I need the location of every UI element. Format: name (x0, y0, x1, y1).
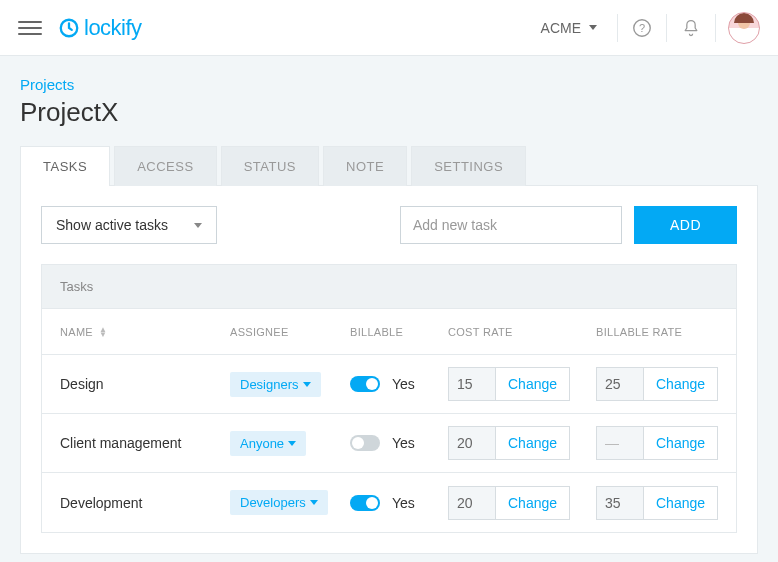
logo-text: lockify (84, 15, 142, 41)
col-cost-rate: COST RATE (448, 326, 596, 338)
task-filter-select[interactable]: Show active tasks (41, 206, 217, 244)
divider (715, 14, 716, 42)
workspace-name: ACME (541, 20, 581, 36)
cost-rate-change-link[interactable]: Change (496, 426, 570, 460)
billable-rate-change-link[interactable]: Change (644, 426, 718, 460)
billable-rate-cell: 35Change (596, 486, 744, 520)
add-task-input[interactable] (400, 206, 622, 244)
tab-note[interactable]: NOTE (323, 146, 407, 186)
billable-cell: Yes (350, 435, 448, 451)
table-header: NAME ▲▼ ASSIGNEE BILLABLE COST RATE BILL… (42, 309, 736, 355)
billable-rate-change-link[interactable]: Change (644, 367, 718, 401)
billable-rate-cell: —Change (596, 426, 744, 460)
task-name[interactable]: Client management (60, 435, 230, 451)
filter-label: Show active tasks (56, 217, 168, 233)
tabs-bar: TASKSACCESSSTATUSNOTESETTINGS (20, 146, 758, 186)
tasks-panel: Show active tasks ADD Tasks NAME ▲▼ ASSI… (20, 185, 758, 554)
chevron-down-icon (310, 500, 318, 505)
col-assignee: ASSIGNEE (230, 326, 350, 338)
chevron-down-icon (303, 382, 311, 387)
assignee-label: Developers (240, 495, 306, 510)
cost-rate-cell: 20Change (448, 486, 596, 520)
tasks-toolbar: Show active tasks ADD (41, 206, 737, 244)
col-name[interactable]: NAME ▲▼ (60, 326, 230, 338)
assignee-cell: Developers (230, 490, 350, 515)
billable-rate-value: — (596, 426, 644, 460)
chevron-down-icon (589, 25, 597, 30)
menu-icon[interactable] (18, 16, 42, 40)
table-row: DevelopmentDevelopersYes20Change35Change (42, 473, 736, 532)
billable-label: Yes (392, 495, 415, 511)
notifications-icon[interactable] (671, 8, 711, 48)
assignee-label: Anyone (240, 436, 284, 451)
user-avatar[interactable] (728, 12, 760, 44)
task-name[interactable]: Development (60, 495, 230, 511)
app-logo[interactable]: lockify (58, 15, 142, 41)
col-billable-rate: BILLABLE RATE (596, 326, 744, 338)
assignee-chip[interactable]: Designers (230, 372, 321, 397)
help-icon[interactable]: ? (622, 8, 662, 48)
assignee-chip[interactable]: Developers (230, 490, 328, 515)
page-content: Projects ProjectX TASKSACCESSSTATUSNOTES… (0, 56, 778, 562)
billable-label: Yes (392, 435, 415, 451)
billable-toggle[interactable] (350, 495, 380, 511)
workspace-selector[interactable]: ACME (525, 20, 613, 36)
page-title: ProjectX (20, 97, 758, 128)
assignee-chip[interactable]: Anyone (230, 431, 306, 456)
add-task-button[interactable]: ADD (634, 206, 737, 244)
chevron-down-icon (194, 223, 202, 228)
cost-rate-change-link[interactable]: Change (496, 486, 570, 520)
tab-access[interactable]: ACCESS (114, 146, 216, 186)
billable-rate-value: 25 (596, 367, 644, 401)
assignee-cell: Designers (230, 372, 350, 397)
divider (666, 14, 667, 42)
chevron-down-icon (288, 441, 296, 446)
divider (617, 14, 618, 42)
cost-rate-value: 20 (448, 426, 496, 460)
app-header: lockify ACME ? (0, 0, 778, 56)
cost-rate-change-link[interactable]: Change (496, 367, 570, 401)
svg-text:?: ? (639, 21, 645, 33)
breadcrumb-projects[interactable]: Projects (20, 76, 758, 93)
assignee-cell: Anyone (230, 431, 350, 456)
table-row: DesignDesignersYes15Change25Change (42, 355, 736, 414)
assignee-label: Designers (240, 377, 299, 392)
cost-rate-cell: 20Change (448, 426, 596, 460)
tasks-table: Tasks NAME ▲▼ ASSIGNEE BILLABLE COST RAT… (41, 264, 737, 533)
billable-rate-cell: 25Change (596, 367, 744, 401)
cost-rate-value: 15 (448, 367, 496, 401)
billable-toggle[interactable] (350, 435, 380, 451)
col-billable: BILLABLE (350, 326, 448, 338)
task-name[interactable]: Design (60, 376, 230, 392)
tab-tasks[interactable]: TASKS (20, 146, 110, 186)
billable-cell: Yes (350, 495, 448, 511)
tab-settings[interactable]: SETTINGS (411, 146, 526, 186)
table-title: Tasks (42, 265, 736, 309)
clock-icon (58, 17, 80, 39)
table-row: Client managementAnyoneYes20Change—Chang… (42, 414, 736, 473)
billable-label: Yes (392, 376, 415, 392)
tab-status[interactable]: STATUS (221, 146, 319, 186)
cost-rate-cell: 15Change (448, 367, 596, 401)
billable-cell: Yes (350, 376, 448, 392)
billable-rate-change-link[interactable]: Change (644, 486, 718, 520)
sort-icon: ▲▼ (99, 327, 107, 337)
cost-rate-value: 20 (448, 486, 496, 520)
billable-toggle[interactable] (350, 376, 380, 392)
billable-rate-value: 35 (596, 486, 644, 520)
